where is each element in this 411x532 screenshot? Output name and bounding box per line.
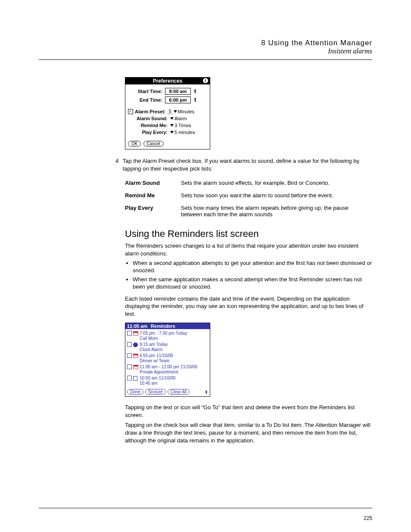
play-every-value[interactable]: 5 minutes bbox=[174, 130, 195, 135]
play-every-dropdown-icon[interactable] bbox=[170, 131, 174, 134]
scroll-arrows-icon[interactable]: ▲▼ bbox=[205, 390, 208, 394]
step-number: 4 bbox=[39, 157, 123, 172]
reminder-line1: 6:55 pm 11/10/00 bbox=[140, 353, 173, 358]
alarm-preset-checkbox[interactable]: ✓ bbox=[128, 109, 133, 114]
reminder-checkbox[interactable] bbox=[127, 364, 132, 369]
chapter-title: 8 Using the Attention Manager bbox=[39, 39, 372, 47]
remind-me-dropdown-icon[interactable] bbox=[170, 124, 174, 127]
alarm-preset-unit: Minutes bbox=[178, 109, 195, 114]
def-desc: Sets how soon you want the alarm to soun… bbox=[181, 189, 372, 202]
reminders-time: 11:05 am bbox=[127, 324, 147, 329]
cancel-button[interactable]: Cancel bbox=[143, 141, 164, 146]
reminder-item[interactable]: 6:55 pm 11/10/00 Dinner w/ Team bbox=[127, 353, 208, 363]
clock-icon bbox=[133, 342, 138, 346]
reminders-screenshot: 11:05 am Reminders 7:05 pm - 7:30 pm Tod… bbox=[125, 323, 210, 397]
reminder-checkbox[interactable] bbox=[127, 376, 132, 380]
reminder-item[interactable]: 7:05 pm - 7:30 pm Today Call Mom bbox=[127, 331, 208, 341]
play-every-label: Play Every: bbox=[128, 130, 168, 135]
remind-me-value[interactable]: 3 Times bbox=[174, 123, 191, 128]
note-icon bbox=[133, 376, 138, 380]
end-time-field[interactable]: 6:00 pm bbox=[165, 96, 191, 103]
reminder-checkbox[interactable] bbox=[127, 342, 132, 347]
page-header: 8 Using the Attention Manager Insistent … bbox=[39, 39, 372, 55]
prefs-title: Preferences bbox=[153, 78, 183, 84]
calendar-icon bbox=[133, 365, 138, 369]
prefs-titlebar: Preferences i bbox=[125, 78, 210, 84]
calendar-icon bbox=[133, 331, 138, 335]
list-item: When the same application makes a second… bbox=[133, 276, 372, 291]
def-term: Play Every bbox=[125, 202, 181, 221]
body-text: The Reminders screen changes to a list o… bbox=[125, 242, 372, 257]
bullet-list: When a second application attempts to ge… bbox=[125, 260, 372, 291]
reminder-item[interactable]: 11:00 am - 12:00 pm 11/10/00 Private App… bbox=[127, 364, 208, 374]
section-heading: Using the Reminders list screen bbox=[125, 228, 372, 240]
header-rule bbox=[39, 59, 372, 60]
end-time-spinner[interactable]: ▲▼ bbox=[193, 97, 197, 103]
reminder-line2: Dinner w/ Team bbox=[140, 358, 173, 364]
reminder-checkbox[interactable] bbox=[127, 353, 132, 358]
start-time-field[interactable]: 8:00 am bbox=[165, 88, 191, 95]
reminder-line2: Private Appointment bbox=[140, 370, 197, 375]
body-text: Each listed reminder contains the date a… bbox=[125, 295, 372, 318]
footer-rule bbox=[39, 508, 372, 508]
alarm-preset-value[interactable]: 5 bbox=[168, 109, 173, 114]
reminders-title: Reminders bbox=[151, 324, 175, 329]
def-term: Remind Me bbox=[125, 189, 181, 202]
reminder-line1: 11:00 am - 12:00 pm 11/10/00 bbox=[140, 364, 197, 370]
ok-button[interactable]: OK bbox=[128, 141, 141, 146]
def-term: Alarm Sound bbox=[125, 177, 181, 189]
start-time-spinner[interactable]: ▲▼ bbox=[193, 89, 197, 94]
step-text: Tap the Alarm Preset check box. If you w… bbox=[123, 157, 372, 172]
alarm-sound-value[interactable]: Alarm bbox=[174, 116, 187, 121]
reminders-list: 7:05 pm - 7:30 pm Today Call Mom 9:15 am… bbox=[125, 329, 210, 388]
reminders-titlebar: 11:05 am Reminders bbox=[125, 323, 210, 329]
reminder-line1: 9:15 am Today bbox=[140, 342, 168, 347]
alarm-preset-label: Alarm Preset: bbox=[135, 109, 166, 114]
alarm-preset-dropdown-icon[interactable] bbox=[174, 110, 177, 113]
alarm-sound-label: Alarm Sound: bbox=[128, 116, 168, 121]
start-time-label: Start Time: bbox=[128, 89, 162, 94]
reminder-checkbox[interactable] bbox=[127, 331, 132, 336]
calendar-icon bbox=[133, 354, 138, 358]
page-number: 225 bbox=[364, 515, 372, 521]
reminder-line1: 7:05 pm - 7:30 pm Today bbox=[140, 331, 187, 336]
step-4: 4 Tap the Alarm Preset check box. If you… bbox=[125, 157, 372, 172]
reminder-line1: 10:50 am 11/10/00 bbox=[140, 376, 175, 381]
body-text: Tapping on the check box will clear that… bbox=[125, 421, 372, 444]
list-item: When a second application attempts to ge… bbox=[133, 260, 372, 274]
reminder-line2: Call Mom bbox=[140, 336, 187, 341]
alarm-sound-dropdown-icon[interactable] bbox=[170, 117, 174, 120]
definitions-table: Alarm Sound Sets the alarm sound effects… bbox=[125, 177, 372, 221]
done-button[interactable]: Done bbox=[127, 389, 143, 395]
body-text: Tapping on the text or icon will “Go To”… bbox=[125, 404, 372, 419]
snooze-button[interactable]: Snooze bbox=[145, 389, 166, 395]
preferences-screenshot: Preferences i Start Time: 8:00 am ▲▼ End… bbox=[125, 77, 210, 149]
end-time-label: End Time: bbox=[128, 97, 162, 103]
reminder-item[interactable]: 10:50 am 11/10/00 10:45 am bbox=[127, 376, 208, 386]
def-desc: Sets how many times the alarm repeats be… bbox=[181, 202, 372, 221]
reminder-line2: 10:45 am bbox=[140, 381, 175, 386]
def-desc: Sets the alarm sound effects, for exampl… bbox=[181, 177, 372, 189]
section-subtitle: Insistent alarms bbox=[39, 47, 372, 55]
reminder-item[interactable]: 9:15 am Today Clock Alarm bbox=[127, 342, 208, 352]
reminder-line2: Clock Alarm bbox=[140, 347, 168, 352]
remind-me-label: Remind Me: bbox=[128, 123, 168, 128]
clear-all-button[interactable]: Clear All bbox=[168, 389, 190, 395]
info-icon[interactable]: i bbox=[203, 78, 208, 83]
